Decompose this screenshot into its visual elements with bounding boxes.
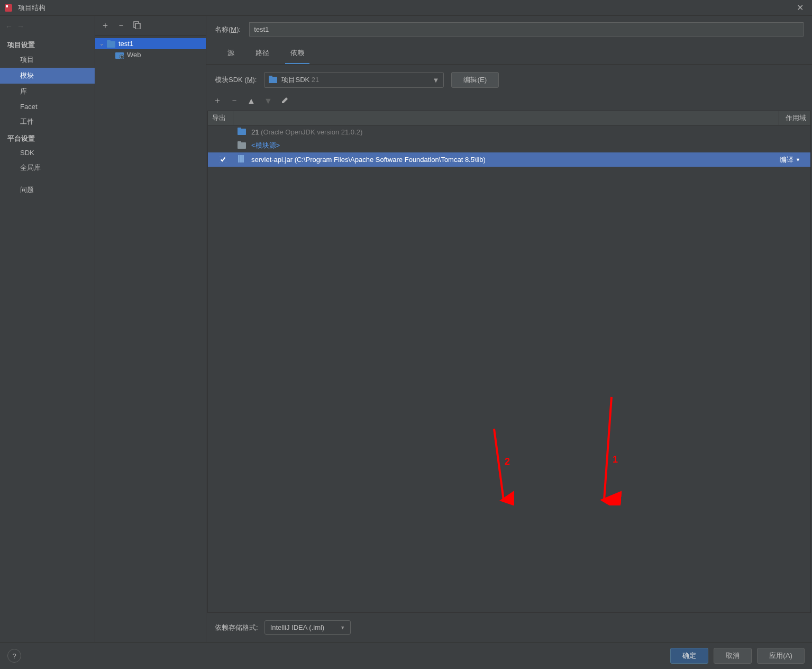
remove-module-icon[interactable]: － <box>116 20 126 31</box>
storage-value: IntelliJ IDEA (.iml) <box>270 623 325 631</box>
dep-col-export[interactable]: 导出 <box>208 111 233 125</box>
web-icon <box>115 51 124 59</box>
section-platform-settings: 平台设置 <box>0 130 95 146</box>
module-sdk-select[interactable]: 项目SDK 21 ▼ <box>264 72 444 88</box>
section-project-settings: 项目设置 <box>0 36 95 52</box>
svg-rect-5 <box>107 40 111 42</box>
remove-dep-icon[interactable]: － <box>230 95 239 106</box>
tab-sources[interactable]: 源 <box>222 45 240 64</box>
module-icon <box>107 40 115 48</box>
sdk-value: 项目SDK 21 <box>281 75 319 85</box>
add-dep-icon[interactable]: ＋ <box>213 95 222 106</box>
app-icon <box>4 4 13 12</box>
module-name-input[interactable] <box>249 22 804 37</box>
ok-button[interactable]: 确定 <box>670 648 708 664</box>
copy-module-icon[interactable] <box>132 21 142 31</box>
sidebar-item-libraries[interactable]: 库 <box>0 84 95 100</box>
storage-format-select[interactable]: IntelliJ IDEA (.iml) ▼ <box>264 620 351 635</box>
dep-row[interactable]: servlet-api.jar (C:\Program Files\Apache… <box>208 152 810 167</box>
move-down-icon: ▼ <box>263 96 273 106</box>
name-label: 名称(M): <box>215 25 241 34</box>
folder-icon <box>238 141 247 150</box>
sidebar-item-modules[interactable]: 模块 <box>0 68 95 84</box>
svg-rect-3 <box>135 23 140 29</box>
sidebar-item-sdk[interactable]: SDK <box>0 146 95 160</box>
cancel-button[interactable]: 取消 <box>714 648 752 664</box>
svg-rect-15 <box>238 155 240 162</box>
sidebar-item-global-libraries[interactable]: 全局库 <box>0 160 95 176</box>
annotation-label-1: 1 <box>613 454 618 465</box>
apply-button[interactable]: 应用(A) <box>757 648 805 664</box>
lib-icon <box>238 155 247 165</box>
tree-label: Web <box>127 51 141 59</box>
back-icon: ← <box>5 22 13 31</box>
help-button[interactable]: ? <box>7 649 21 663</box>
tab-dependencies[interactable]: 依赖 <box>285 45 309 64</box>
folder-icon <box>269 76 277 85</box>
svg-rect-16 <box>240 155 242 162</box>
sidebar-item-facet[interactable]: Facet <box>0 100 95 114</box>
svg-rect-10 <box>269 76 272 78</box>
dep-scope[interactable]: 编译 ▼ <box>780 155 806 165</box>
dep-name: <模块源> <box>251 141 775 150</box>
edit-sdk-button[interactable]: 编辑(E) <box>451 72 499 88</box>
dep-row[interactable]: <模块源> <box>208 139 810 152</box>
dep-col-scope[interactable]: 作用域 <box>779 111 810 125</box>
window-title: 项目结构 <box>18 3 792 13</box>
move-up-icon[interactable]: ▲ <box>247 96 256 106</box>
export-checkbox[interactable] <box>220 156 226 163</box>
tree-item-web[interactable]: Web <box>95 49 206 60</box>
dep-name: servlet-api.jar (C:\Program Files\Apache… <box>251 156 775 164</box>
chevron-down-icon: ▼ <box>433 76 440 84</box>
tree-label: test1 <box>118 40 133 48</box>
close-icon[interactable]: ✕ <box>792 3 808 13</box>
storage-label: 依赖存储格式: <box>215 623 258 632</box>
folder-icon <box>238 128 247 137</box>
sidebar-item-artifacts[interactable]: 工件 <box>0 114 95 130</box>
sidebar-item-project[interactable]: 项目 <box>0 52 95 68</box>
chevron-down-icon: ⌄ <box>99 41 104 47</box>
forward-icon: → <box>17 22 24 31</box>
svg-rect-1 <box>6 5 8 7</box>
edit-dep-icon[interactable] <box>280 96 290 106</box>
dep-col-name[interactable] <box>233 111 779 125</box>
add-module-icon[interactable]: ＋ <box>101 20 110 31</box>
svg-rect-12 <box>238 128 241 130</box>
sidebar-item-problems[interactable]: 问题 <box>0 182 95 198</box>
dep-row[interactable]: 21 (Oracle OpenJDK version 21.0.2) <box>208 125 810 139</box>
annotation-label-2: 2 <box>505 456 510 467</box>
tab-paths[interactable]: 路径 <box>250 45 275 64</box>
sdk-label: 模块SDK (M): <box>215 75 257 85</box>
svg-rect-17 <box>242 155 244 162</box>
chevron-down-icon: ▼ <box>340 625 345 630</box>
svg-rect-14 <box>238 141 241 143</box>
dep-name: 21 (Oracle OpenJDK version 21.0.2) <box>251 128 775 136</box>
tree-item-test1[interactable]: ⌄ test1 <box>95 38 206 49</box>
